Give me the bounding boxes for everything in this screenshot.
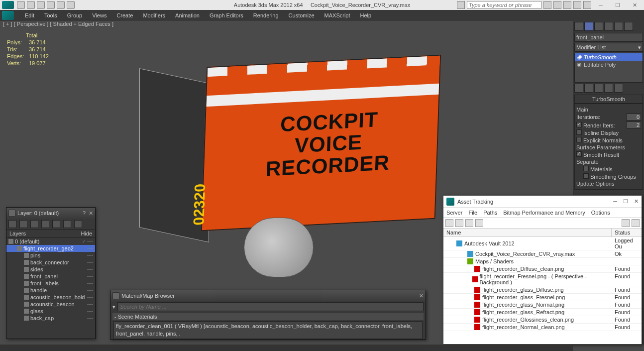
asset-list[interactable]: Autodesk Vault 2012Logged OuCockpit_Voic…	[443, 237, 642, 332]
close-button[interactable]: ✕	[627, 1, 642, 9]
remove-modifier-icon[interactable]	[604, 84, 613, 93]
asset-row[interactable]: flight_recorder_glass_Diffuse.pngFound	[443, 286, 642, 294]
scene-materials-list[interactable]: fly_recorder_clean_001 ( VRayMtl ) [acou…	[113, 321, 423, 339]
show-end-result-icon[interactable]	[584, 84, 593, 93]
asset-close-button[interactable]: ✕	[634, 198, 639, 205]
lightbulb-icon[interactable]: ◉	[577, 54, 582, 60]
asset-tracking-titlebar[interactable]: Asset Tracking ─ ☐ ✕	[443, 196, 642, 208]
lightbulb-icon[interactable]: ◉	[577, 61, 582, 68]
asset-menu-file[interactable]: File	[468, 210, 477, 216]
hide-layer-icon[interactable]	[63, 220, 71, 228]
menu-views[interactable]: Views	[87, 11, 111, 19]
asset-help-icon[interactable]	[622, 219, 630, 227]
material-browser-titlebar[interactable]: Material/Map Browser ✕	[110, 290, 426, 301]
maximize-button[interactable]: ☐	[610, 1, 625, 9]
explicit-normals-checkbox[interactable]	[576, 137, 582, 142]
menu-create[interactable]: Create	[111, 11, 138, 19]
motion-tab-icon[interactable]	[604, 22, 613, 31]
asset-minimize-button[interactable]: ─	[613, 198, 617, 205]
object-name-field[interactable]	[574, 33, 643, 42]
asset-row[interactable]: flight_recorder_glass_Refract.pngFound	[443, 309, 642, 316]
asset-row[interactable]: flight_recorder_Normal_clean.pngFound	[443, 324, 642, 331]
asset-view1-icon[interactable]	[455, 219, 463, 227]
layer-row[interactable]: pins ----	[6, 252, 95, 259]
render-iters-checkbox[interactable]	[576, 122, 582, 127]
qat-undo-icon[interactable]	[47, 1, 55, 9]
qat-link-icon[interactable]	[67, 1, 75, 9]
asset-row[interactable]: flight_recorder_glass_Normal.pngFound	[443, 301, 642, 309]
modify-tab-icon[interactable]	[584, 22, 593, 31]
modifier-turbosmooth[interactable]: ◉TurboSmooth	[575, 53, 643, 61]
viewport-label[interactable]: [ + ] [ Perspective ] [ Shaded + Edged F…	[3, 21, 113, 27]
qat-redo-icon[interactable]	[57, 1, 65, 9]
layer-row[interactable]: handle ----	[6, 287, 95, 294]
qat-save-icon[interactable]	[37, 1, 45, 9]
exchange-icon[interactable]	[563, 1, 571, 9]
layer-row[interactable]: back_cap ----	[6, 315, 95, 322]
utilities-tab-icon[interactable]	[624, 22, 633, 31]
material-browser-close-icon[interactable]: ✕	[419, 293, 424, 299]
menu-group[interactable]: Group	[62, 11, 88, 19]
select-layer-icon[interactable]	[41, 220, 49, 228]
asset-row[interactable]: flight_recorder_Diffuse_clean.pngFound	[443, 265, 642, 273]
layer-panel-titlebar[interactable]: Layer: 0 (default) ? ✕	[6, 208, 95, 219]
add-to-layer-icon[interactable]	[30, 220, 38, 228]
layer-row[interactable]: flight_recorder_geo2 ----	[6, 245, 95, 252]
layer-row[interactable]: front_labels ----	[6, 280, 95, 287]
layer-row[interactable]: glass ----	[6, 308, 95, 315]
layer-row[interactable]: back_connector ----	[6, 259, 95, 266]
pin-stack-icon[interactable]	[574, 84, 583, 93]
asset-settings-icon[interactable]	[632, 219, 640, 227]
layer-tree[interactable]: 0 (default)✓ ----flight_recorder_geo2 --…	[6, 238, 95, 328]
asset-menu-paths[interactable]: Paths	[483, 210, 497, 216]
modifier-list-dropdown[interactable]: Modifier List ▾	[574, 43, 643, 52]
application-menu-icon[interactable]	[2, 11, 14, 20]
timeline-scrollbar[interactable]	[0, 345, 573, 351]
menu-graph-editors[interactable]: Graph Editors	[205, 11, 248, 19]
hierarchy-tab-icon[interactable]	[594, 22, 603, 31]
asset-col-name[interactable]: Name	[443, 229, 612, 236]
modifier-editable-poly[interactable]: ◉Editable Poly	[575, 61, 643, 68]
help-search-input[interactable]	[467, 1, 541, 9]
layer-col-hide[interactable]: Hide	[81, 231, 92, 236]
smoothing-groups-checkbox[interactable]	[583, 173, 589, 179]
asset-refresh-icon[interactable]	[445, 219, 453, 227]
freeze-layer-icon[interactable]	[74, 220, 82, 228]
layer-row[interactable]: acoustic_beacon_hold ----	[6, 294, 95, 301]
menu-help[interactable]: Help	[355, 11, 377, 19]
material-search-menu-icon[interactable]: ▾	[112, 304, 115, 310]
menu-customize[interactable]: Customize	[284, 11, 320, 19]
menu-edit[interactable]: Edit	[20, 11, 39, 19]
subscription-icon[interactable]	[553, 1, 561, 9]
highlight-layer-icon[interactable]	[52, 220, 60, 228]
layer-row[interactable]: 0 (default)✓ ----	[6, 238, 95, 245]
iterations-spinner[interactable]: 0	[626, 114, 641, 120]
infocenter-arrow-icon[interactable]	[457, 1, 465, 9]
material-item[interactable]: glass ( VRayMtl ) [glass]	[116, 338, 420, 339]
layer-row[interactable]: sides ----	[6, 266, 95, 273]
asset-row[interactable]: flight_recorder_Glossiness_clean.pngFoun…	[443, 316, 642, 324]
menu-modifiers[interactable]: Modifiers	[138, 11, 170, 19]
menu-maxscript[interactable]: MAXScript	[320, 11, 355, 19]
asset-maximize-button[interactable]: ☐	[623, 198, 628, 205]
rollout-turbosmooth-header[interactable]: TurboSmooth	[574, 95, 643, 104]
layer-row[interactable]: acounstic_beacon ----	[6, 301, 95, 308]
asset-row[interactable]: Cockpit_Voice_Recorder_CVR_vray.maxOk	[443, 250, 642, 258]
app-icon[interactable]	[2, 1, 14, 9]
asset-row[interactable]: flight_recorder_Specular_clean.pngFound	[443, 331, 642, 332]
make-unique-icon[interactable]	[594, 84, 603, 93]
asset-view3-icon[interactable]	[475, 219, 483, 227]
qat-open-icon[interactable]	[27, 1, 35, 9]
delete-layer-icon[interactable]	[19, 220, 27, 228]
display-tab-icon[interactable]	[614, 22, 623, 31]
asset-row[interactable]: Autodesk Vault 2012Logged Ou	[443, 237, 642, 250]
material-item[interactable]: fly_recorder_clean_001 ( VRayMtl ) [acou…	[116, 323, 420, 338]
material-search-input[interactable]	[117, 302, 424, 311]
configure-sets-icon[interactable]	[614, 84, 623, 93]
render-iters-spinner[interactable]: 2	[626, 121, 641, 128]
materials-checkbox[interactable]	[583, 166, 589, 171]
menu-rendering[interactable]: Rendering	[248, 11, 284, 19]
favorites-icon[interactable]	[573, 1, 581, 9]
asset-row[interactable]: flight_recorder_Fresnel.png - ( Perspect…	[443, 273, 642, 286]
search-icon[interactable]	[543, 1, 551, 9]
